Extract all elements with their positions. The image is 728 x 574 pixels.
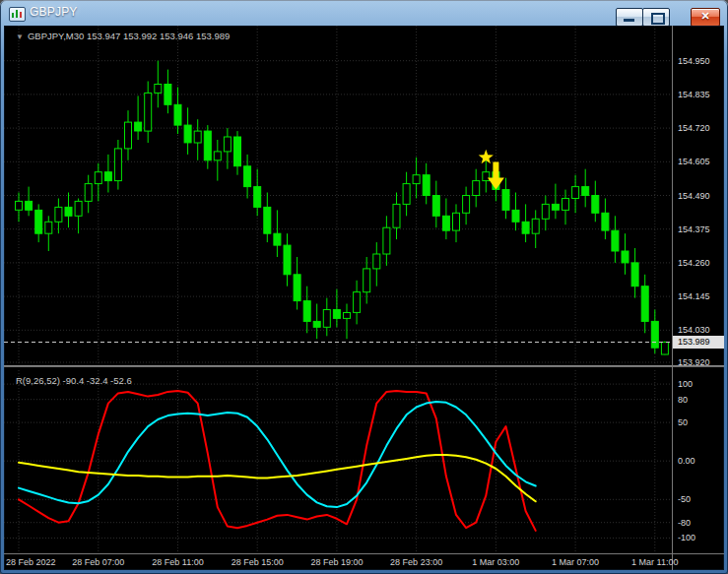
time-axis-label: 28 Feb 07:00 (57, 557, 140, 567)
candlestick-pane[interactable] (4, 26, 673, 365)
indicator-line-slow (19, 455, 536, 501)
candles (16, 61, 669, 355)
symbol-timeframe-label: GBPJPY,M30 (28, 31, 84, 41)
pane-splitter[interactable] (4, 365, 724, 367)
window-title: GBPJPY (30, 5, 78, 19)
price-tick-label: 154.490 (678, 191, 710, 201)
price-tick-label: 154.030 (678, 325, 710, 335)
price-tick-label: 154.375 (678, 224, 710, 234)
indicator-grid-lines (4, 370, 672, 553)
indicator-tick-label: 50 (678, 417, 688, 427)
maximize-icon (651, 13, 665, 25)
indicator-tick-label: -100 (678, 533, 695, 542)
close-button[interactable]: ✕ (691, 8, 720, 27)
indicator-line-medium (19, 402, 536, 507)
chart-ohlc-header: ▼GBPJPY,M30 153.947 153.992 153.946 153.… (16, 31, 230, 41)
indicator-tick-label: -80 (678, 518, 691, 528)
indicator-tick-label: 100 (678, 379, 693, 389)
minimize-icon (624, 19, 634, 22)
price-tick-label: 154.835 (678, 90, 710, 99)
time-axis[interactable]: 28 Feb 202228 Feb 07:0028 Feb 11:0028 Fe… (4, 554, 724, 570)
maximize-button[interactable] (642, 8, 670, 27)
indicator-tick-label: 0.00 (678, 456, 695, 466)
price-tick-label: 154.720 (678, 123, 710, 133)
time-axis-label: 1 Mar 07:00 (534, 557, 617, 567)
indicator-pane[interactable] (4, 370, 673, 553)
time-axis-label: 28 Feb 15:00 (216, 557, 298, 567)
price-tick-label: 154.145 (678, 291, 710, 301)
close-icon: ✕ (692, 9, 719, 24)
indicator-tick-label: -50 (678, 494, 691, 504)
signal-arrow-down-icon (488, 162, 504, 190)
time-axis-label: 1 Mar 11:00 (614, 557, 696, 567)
chart-client-area[interactable]: ▼GBPJPY,M30 153.947 153.992 153.946 153.… (4, 26, 724, 570)
price-tick-label: 154.260 (678, 258, 710, 268)
price-axis[interactable]: 154.950154.835154.720154.605154.490154.3… (678, 26, 724, 554)
mt4-chart-icon (9, 7, 26, 22)
time-axis-label: 1 Mar 03:00 (454, 557, 537, 567)
time-axis-label: 28 Feb 2022 (6, 557, 56, 567)
time-axis-label: 28 Feb 11:00 (136, 557, 219, 567)
time-axis-label: 28 Feb 23:00 (375, 557, 458, 567)
chart-window: GBPJPY ✕ ▼GBPJPY,M30 153.947 153.992 153… (0, 0, 728, 574)
indicator-label: R(9,26,52) -90.4 -32.4 -52.6 (16, 375, 132, 386)
current-price-badge: 153.989 (673, 336, 724, 349)
time-axis-label: 28 Feb 19:00 (296, 557, 378, 567)
minimize-button[interactable] (616, 8, 643, 27)
price-axis-line (672, 26, 673, 570)
ohlc-values: 153.947 153.992 153.946 153.989 (87, 31, 230, 41)
price-tick-label: 153.920 (678, 357, 710, 367)
title-bar[interactable]: GBPJPY ✕ (0, 0, 728, 26)
indicator-tick-label: 80 (678, 395, 688, 405)
price-tick-label: 154.950 (678, 56, 710, 66)
symbol-dropdown-icon[interactable]: ▼ (16, 32, 24, 41)
price-tick-label: 154.605 (678, 157, 710, 166)
